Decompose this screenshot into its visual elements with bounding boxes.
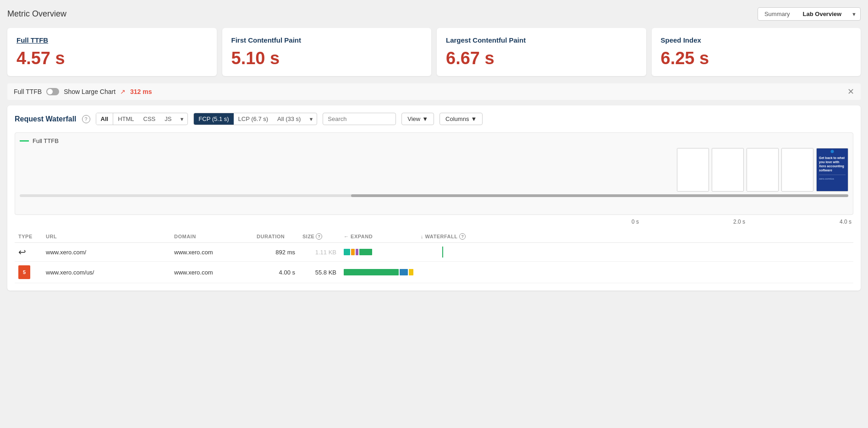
bar-teal <box>344 249 350 255</box>
row1-domain-cell: www.xero.com <box>170 243 253 262</box>
row1-size-cell: 1.11 KB <box>299 243 340 262</box>
metric-value-speed-index: 6.25 s <box>661 49 852 67</box>
col-header-domain: DOMAIN <box>170 230 253 243</box>
time-filter-dropdown-button[interactable]: ▼ <box>305 114 317 124</box>
redirect-icon: ↩ <box>18 247 26 257</box>
view-button-label: View <box>407 115 420 122</box>
ttfb-toggle-label: Full TTFB <box>14 88 42 95</box>
time-2s: 2.0 s <box>733 219 745 225</box>
bar-orange <box>351 249 355 255</box>
metric-value-fcp: 5.10 s <box>231 49 423 67</box>
waterfall-help-icon-2[interactable]: ? <box>459 233 466 240</box>
metric-card-full-ttfb: Full TTFB 4.57 s <box>7 28 217 76</box>
row1-duration-cell: 892 ms <box>253 243 299 262</box>
table-row: 5 www.xero.com/us/ www.xero.com 4.00 s 5… <box>15 262 853 283</box>
waterfall-help-icon[interactable]: ? <box>82 115 90 123</box>
view-toggle-dropdown-button[interactable]: ▼ <box>848 9 860 20</box>
thumbnail-1 <box>677 148 709 192</box>
row2-expand-cell <box>340 262 417 283</box>
ttfb-dash-icon <box>20 140 29 142</box>
ttfb-marker-line <box>442 247 443 258</box>
metric-card-fcp: First Contentful Paint 5.10 s <box>222 28 432 76</box>
bar-yellow <box>409 269 413 275</box>
view-toggle: Summary Lab Overview ▼ <box>758 7 861 21</box>
time-filter-group: FCP (5.1 s) LCP (6.7 s) All (33 s) ▼ <box>193 113 317 125</box>
filter-css-button[interactable]: CSS <box>139 113 160 125</box>
ttfb-toggle-switch[interactable] <box>46 88 59 95</box>
row2-duration-cell: 4.00 s <box>253 262 299 283</box>
row1-url-cell: www.xero.com/ <box>42 243 170 262</box>
type-filter-dropdown-button[interactable]: ▼ <box>176 114 187 124</box>
row2-domain-cell: www.xero.com <box>170 262 253 283</box>
chart-scrollbar[interactable] <box>20 194 848 197</box>
col-header-type: TYPE <box>15 230 42 243</box>
columns-chevron-icon: ▼ <box>471 115 477 122</box>
row2-waterfall-cell <box>417 262 853 283</box>
metric-title-fcp: First Contentful Paint <box>231 36 423 44</box>
time-fcp-button[interactable]: FCP (5.1 s) <box>194 113 233 125</box>
metric-title-lcp: Largest Contentful Paint <box>446 36 637 44</box>
bar-purple <box>356 249 358 255</box>
xero-ad-text: Get back to what you love with Xero acco… <box>819 156 846 172</box>
bar-green-large <box>344 269 399 275</box>
thumbnail-4 <box>781 148 813 192</box>
metric-card-speed-index: Speed Index 6.25 s <box>652 28 861 76</box>
filter-js-button[interactable]: JS <box>160 113 176 125</box>
waterfall-chart-area: Full TTFB Get bac <box>15 132 853 215</box>
row2-type-cell: 5 <box>15 262 42 283</box>
col-header-duration: DURATION <box>253 230 299 243</box>
waterfall-section: Request Waterfall ? All HTML CSS JS ▼ FC… <box>7 105 861 291</box>
thumbnail-3 <box>747 148 779 192</box>
show-chart-label: Show Large Chart <box>64 88 115 95</box>
trend-arrow-icon: ↗ <box>120 88 126 95</box>
metric-value-full-ttfb: 4.57 s <box>16 49 208 67</box>
metric-value-lcp: 6.67 s <box>446 49 637 67</box>
table-row: ↩ www.xero.com/ www.xero.com 892 ms 1.11… <box>15 243 853 262</box>
time-lcp-button[interactable]: LCP (6.7 s) <box>234 113 273 125</box>
html5-icon: 5 <box>18 265 30 279</box>
waterfall-header: Request Waterfall ? All HTML CSS JS ▼ FC… <box>15 113 853 125</box>
ttfb-toggle-bar: Full TTFB Show Large Chart ↗ 312 ms ✕ <box>7 83 861 100</box>
filter-all-button[interactable]: All <box>96 113 114 125</box>
row2-size-cell: 55.8 KB <box>299 262 340 283</box>
row1-type-cell: ↩ <box>15 243 42 262</box>
columns-button[interactable]: Columns ▼ <box>439 113 483 125</box>
time-4s: 4.0 s <box>840 219 852 225</box>
summary-view-button[interactable]: Summary <box>758 8 797 20</box>
page-title: Metric Overview <box>7 9 66 19</box>
search-input[interactable] <box>323 113 396 125</box>
columns-button-label: Columns <box>445 115 469 122</box>
ttfb-line-label: Full TTFB <box>20 137 848 144</box>
trend-value: 312 ms <box>130 88 152 95</box>
view-chevron-icon: ▼ <box>422 115 428 122</box>
col-header-expand: ← EXPAND <box>340 230 417 243</box>
bar-blue <box>400 269 408 275</box>
bar-green <box>359 249 372 255</box>
waterfall-title: Request Waterfall <box>15 115 77 123</box>
row2-url-cell: www.xero.com/us/ <box>42 262 170 283</box>
metrics-row: Full TTFB 4.57 s First Contentful Paint … <box>7 28 861 76</box>
xero-ad-sub: xero.com/us <box>819 177 846 181</box>
col-header-url: URL <box>42 230 170 243</box>
ttfb-line-text: Full TTFB <box>33 137 59 144</box>
time-axis: 0 s 2.0 s 4.0 s <box>15 219 853 225</box>
lab-overview-view-button[interactable]: Lab Overview <box>797 8 848 20</box>
metric-title-speed-index: Speed Index <box>661 36 852 44</box>
time-all-button[interactable]: All (33 s) <box>273 113 305 125</box>
type-filter-group: All HTML CSS JS ▼ <box>96 113 188 125</box>
col-header-size: SIZE ? <box>299 230 340 243</box>
waterfall-table: TYPE URL DOMAIN DURATION SIZE ? <box>15 230 853 283</box>
row1-expand-cell <box>340 243 417 262</box>
col-header-waterfall: ↓ WATERFALL ? <box>417 230 853 243</box>
thumbnail-2 <box>712 148 744 192</box>
metric-card-lcp: Largest Contentful Paint 6.67 s <box>437 28 646 76</box>
view-button[interactable]: View ▼ <box>401 113 434 125</box>
size-help-icon[interactable]: ? <box>316 233 322 240</box>
time-0s: 0 s <box>632 219 639 225</box>
close-button[interactable]: ✕ <box>847 88 854 96</box>
metric-title-full-ttfb[interactable]: Full TTFB <box>16 36 208 44</box>
filter-html-button[interactable]: HTML <box>113 113 138 125</box>
thumbnail-5: Get back to what you love with Xero acco… <box>816 148 848 192</box>
row1-waterfall-cell <box>417 243 853 262</box>
